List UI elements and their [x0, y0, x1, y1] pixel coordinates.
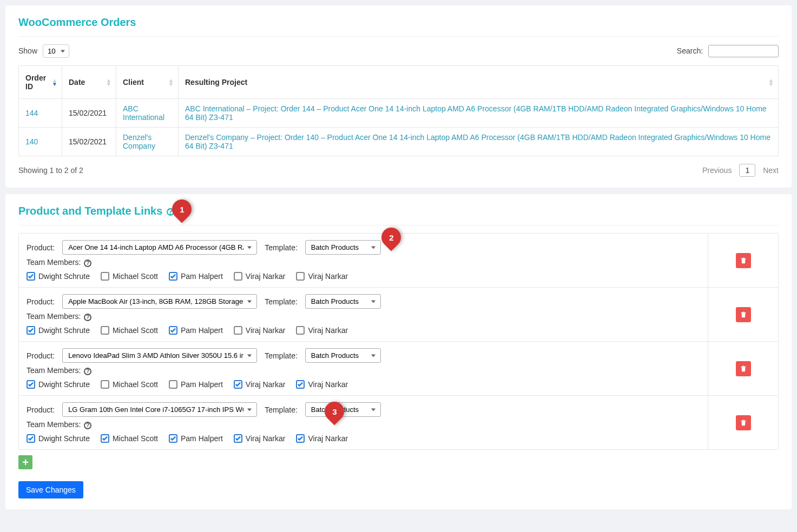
template-select[interactable]: Batch Products — [305, 348, 381, 363]
checkbox[interactable] — [169, 380, 177, 389]
member-name: Viraj Narkar — [308, 272, 348, 281]
checkbox[interactable] — [296, 326, 305, 335]
member-name: Viraj Narkar — [308, 380, 348, 389]
team-member[interactable]: Viraj Narkar — [296, 326, 348, 335]
checkbox[interactable] — [169, 326, 177, 335]
team-member[interactable]: Michael Scott — [101, 326, 158, 335]
team-member[interactable]: Viraj Narkar — [234, 272, 286, 281]
team-member[interactable]: Viraj Narkar — [234, 380, 286, 389]
checkbox[interactable] — [296, 380, 305, 389]
show-select[interactable]: 10 — [43, 44, 69, 58]
member-name: Michael Scott — [113, 434, 158, 443]
team-member[interactable]: Viraj Narkar — [296, 434, 348, 443]
checkbox[interactable] — [296, 434, 305, 443]
team-member[interactable]: Pam Halpert — [169, 326, 223, 335]
team-member[interactable]: Viraj Narkar — [234, 326, 286, 335]
client-link[interactable]: ABC International — [123, 104, 164, 122]
member-name: Michael Scott — [113, 272, 158, 281]
template-select[interactable]: Batch Products — [305, 294, 381, 309]
delete-button[interactable] — [736, 253, 751, 268]
checkbox[interactable] — [101, 434, 109, 443]
table-controls: Show 10 Search: — [18, 44, 779, 58]
team-member[interactable]: Michael Scott — [101, 434, 158, 443]
member-name: Dwight Schrute — [38, 326, 90, 335]
delete-button[interactable] — [736, 361, 751, 376]
template-select[interactable]: Batch Products — [305, 240, 381, 255]
save-button[interactable]: Save Changes — [18, 481, 83, 498]
product-label: Product: — [27, 405, 55, 414]
product-select[interactable]: Apple MacBook Air (13-inch, 8GB RAM, 128… — [62, 294, 257, 309]
show-control: Show 10 — [18, 44, 69, 58]
order-id-link[interactable]: 140 — [25, 137, 38, 146]
col-order-id[interactable]: Order ID ▲▼ — [19, 66, 62, 99]
help-icon[interactable]: ? — [84, 260, 91, 267]
delete-button[interactable] — [736, 415, 751, 430]
team-member[interactable]: Michael Scott — [101, 380, 158, 389]
table-footer: Showing 1 to 2 of 2 Previous 1 Next — [18, 164, 779, 177]
checkbox[interactable] — [27, 434, 35, 443]
help-icon[interactable]: ? — [84, 422, 91, 429]
order-id-link[interactable]: 144 — [25, 109, 38, 117]
member-name: Viraj Narkar — [246, 326, 286, 335]
checkbox[interactable] — [101, 380, 109, 389]
checkbox[interactable] — [101, 272, 109, 281]
checkbox[interactable] — [169, 434, 177, 443]
member-name: Michael Scott — [113, 380, 158, 389]
search-input[interactable] — [708, 45, 779, 57]
checkbox[interactable] — [169, 272, 177, 281]
team-member[interactable]: Dwight Schrute — [27, 380, 90, 389]
team-member[interactable]: Viraj Narkar — [234, 434, 286, 443]
team-members-label: Team Members: — [27, 420, 81, 429]
pager-page-1[interactable]: 1 — [739, 164, 755, 177]
checkbox[interactable] — [296, 272, 305, 281]
checkbox[interactable] — [234, 434, 242, 443]
team-member[interactable]: Viraj Narkar — [296, 272, 348, 281]
template-label: Template: — [265, 297, 298, 306]
order-date: 15/02/2021 — [62, 128, 116, 156]
checkbox[interactable] — [234, 380, 242, 389]
team-member[interactable]: Pam Halpert — [169, 380, 223, 389]
member-name: Viraj Narkar — [308, 434, 348, 443]
sort-icon: ▲▼ — [168, 78, 174, 86]
col-date[interactable]: Date ▲▼ — [62, 66, 116, 99]
team-members-label: Team Members: — [27, 366, 81, 375]
team-member[interactable]: Pam Halpert — [169, 272, 223, 281]
member-name: Pam Halpert — [181, 326, 223, 335]
pager: Previous 1 Next — [702, 164, 779, 177]
checkbox[interactable] — [27, 380, 35, 389]
col-project[interactable]: Resulting Project ▲▼ — [179, 66, 779, 99]
product-select[interactable]: Acer One 14 14-inch Laptop AMD A6 Proces… — [62, 240, 257, 255]
table-row: 14015/02/2021Denzel's CompanyDenzel's Co… — [19, 128, 779, 156]
pager-prev[interactable]: Previous — [702, 166, 732, 175]
team-member[interactable]: Dwight Schrute — [27, 272, 90, 281]
product-label: Product: — [27, 351, 55, 360]
team-members-label: Team Members: — [27, 312, 81, 321]
help-icon[interactable]: ? — [84, 314, 91, 321]
team-member[interactable]: Dwight Schrute — [27, 434, 90, 443]
checkbox[interactable] — [27, 272, 35, 281]
pager-next[interactable]: Next — [763, 166, 779, 175]
checkbox[interactable] — [101, 326, 109, 335]
col-client[interactable]: Client ▲▼ — [116, 66, 179, 99]
orders-title: WooCommerce Orders — [18, 16, 779, 37]
callout-1: 1 — [172, 200, 192, 223]
team-member[interactable]: Dwight Schrute — [27, 326, 90, 335]
checkbox[interactable] — [234, 326, 242, 335]
template-label: Template: — [265, 243, 298, 252]
team-member[interactable]: Viraj Narkar — [296, 380, 348, 389]
sort-icon: ▲▼ — [768, 78, 774, 86]
project-link[interactable]: Denzel's Company – Project: Order 140 – … — [185, 133, 770, 150]
link-rows: Product:Acer One 14 14-inch Laptop AMD A… — [18, 233, 779, 450]
product-select[interactable]: LG Gram 10th Gen Intel Core i7-1065G7 17… — [62, 402, 257, 417]
help-icon[interactable]: ? — [84, 368, 91, 375]
team-member[interactable]: Michael Scott — [101, 272, 158, 281]
member-name: Dwight Schrute — [38, 434, 90, 443]
client-link[interactable]: Denzel's Company — [123, 133, 155, 150]
product-select[interactable]: Lenovo IdeaPad Slim 3 AMD Athlon Silver … — [62, 348, 257, 363]
delete-button[interactable] — [736, 307, 751, 322]
add-row-button[interactable]: + — [18, 455, 32, 469]
checkbox[interactable] — [27, 326, 35, 335]
checkbox[interactable] — [234, 272, 242, 281]
project-link[interactable]: ABC International – Project: Order 144 –… — [185, 104, 767, 122]
team-member[interactable]: Pam Halpert — [169, 434, 223, 443]
